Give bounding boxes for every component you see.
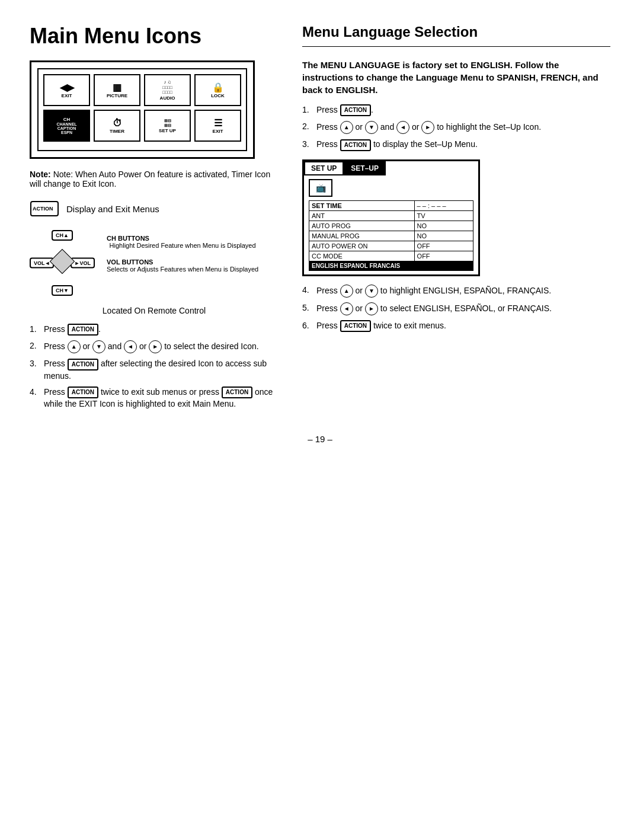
- ch-buttons-title: CH BUTTONS: [107, 235, 258, 242]
- right-instruction-3: 3. Press ACTION to display the Set–Up Me…: [302, 139, 610, 151]
- right-instruction-list: 1. Press ACTION. 2. Press ▲ or ▼ and ◄ o…: [302, 104, 610, 151]
- ant-value: TV: [414, 210, 473, 221]
- setup-row-language: ENGLISH ESPANOL FRANCAIS: [309, 261, 473, 270]
- right-instruction-1: 1. Press ACTION.: [302, 104, 610, 116]
- setup-row-manualprog: MANUAL PROG NO: [309, 231, 473, 241]
- ch-buttons-annotation: CH BUTTONS Highlight Desired Feature whe…: [107, 235, 258, 249]
- r-left-arrow: ◄: [396, 121, 409, 134]
- right-instruction-2: 2. Press ▲ or ▼ and ◄ or ► to highlight …: [302, 121, 610, 134]
- up-arrow-icon: ▲: [68, 340, 81, 353]
- action-btn-2: ACTION: [68, 359, 98, 371]
- menu-row-1: ◀▶ EXIT ▦ PICTURE ♪ ♫ □□□□ □□□□ AUDIO: [43, 74, 241, 106]
- auto-power-on-label: AUTO POWER ON: [309, 241, 415, 251]
- cc-mode-label: CC MODE: [309, 251, 415, 261]
- r-down-arrow: ▼: [365, 121, 378, 134]
- left-instruction-3: 3. Press ACTION after selecting the desi…: [30, 358, 279, 382]
- left-arrow-icon: ◄: [124, 340, 137, 353]
- intro-text: The MENU LANGUAGE is factory set to ENGL…: [302, 59, 610, 96]
- r-action-btn-6: ACTION: [340, 320, 371, 332]
- right-instruction-6: 6. Press ACTION twice to exit menus.: [302, 320, 610, 332]
- left-instruction-list: 1. Press ACTION. 2. Press ▲ or ▼ and ◄ o…: [30, 324, 279, 410]
- note-section: Note: Note: When Auto Power On feature i…: [30, 170, 279, 189]
- setup-row-autopoweron: AUTO POWER ON OFF: [309, 241, 473, 251]
- left-instruction-1: 1. Press ACTION.: [30, 324, 279, 336]
- action-btn-1: ACTION: [68, 324, 98, 336]
- set-time-value: – – : – – –: [414, 200, 473, 210]
- r-up-arrow: ▲: [340, 121, 353, 134]
- auto-power-on-value: OFF: [414, 241, 473, 251]
- r-right-arrow: ►: [421, 121, 434, 134]
- left-instruction-4: 4. Press ACTION twice to exit sub menus …: [30, 387, 279, 410]
- right-instruction-list-2: 4. Press ▲ or ▼ to highlight ENGLISH, ES…: [302, 285, 610, 332]
- setup-menu-header: SET UP SET–UP: [304, 161, 478, 175]
- located-text: Located On Remote Control: [30, 306, 279, 315]
- left-instruction-2: 2. Press ▲ or ▼ and ◄ or ► to select the…: [30, 340, 279, 353]
- menu-row-2: CH CHANNELCAPTION ESPN ⏱ TIMER ⊞⊟⊞⊟ SET …: [43, 110, 241, 142]
- ch-up-btn: CH▲: [52, 230, 73, 241]
- audio-icon: ♪ ♫ □□□□ □□□□ AUDIO: [144, 74, 191, 106]
- remote-buttons: CH▲ CH▼ VOL◄ ►VOL: [30, 229, 95, 294]
- display-section: ACTION Display and Exit Menus: [30, 200, 279, 217]
- r2-right-arrow: ►: [365, 302, 378, 315]
- setup-row-ccmode: CC MODE OFF: [309, 251, 473, 261]
- down-arrow-icon: ▼: [92, 340, 105, 353]
- right-instruction-5: 5. Press ◄ or ► to select ENGLISH, ESPAÑ…: [302, 302, 610, 315]
- setup-table: SET TIME – – : – – – ANT TV AUTO PROG NO…: [309, 200, 473, 271]
- setup-menu-box: SET UP SET–UP 📺 SET TIME – – : – – – ANT…: [302, 159, 480, 276]
- picture-icon: ▦ PICTURE: [94, 74, 140, 106]
- language-row-label: ENGLISH ESPANOL FRANCAIS: [309, 261, 473, 270]
- timer-icon: ⏱ TIMER: [94, 110, 140, 142]
- set-time-label: SET TIME: [309, 200, 415, 210]
- remote-diagram: CH▲ CH▼ VOL◄ ►VOL: [30, 229, 279, 294]
- r2-left-arrow: ◄: [340, 302, 353, 315]
- setup-menu-content: 📺 SET TIME – – : – – – ANT TV AUTO PROG …: [304, 175, 478, 274]
- lock-icon: 🔒 LOCK: [194, 74, 241, 106]
- vol-buttons-title: VOL BUTTONS: [107, 258, 258, 266]
- display-label: Display and Exit Menus: [66, 204, 159, 214]
- ch-down-btn: CH▼: [52, 285, 73, 296]
- manual-prog-label: MANUAL PROG: [309, 231, 415, 241]
- right-title: Menu Language Selection: [302, 24, 610, 40]
- and-text-1: and: [108, 341, 121, 351]
- setup-tab-inactive: SET UP: [304, 161, 344, 175]
- section-divider: [302, 46, 610, 47]
- vol-buttons-desc: Selects or Adjusts Features when Menu is…: [107, 266, 258, 273]
- r-action-btn-2: ACTION: [340, 139, 371, 151]
- action-btn-4: ACTION: [222, 387, 252, 398]
- remote-action-icon: ACTION: [30, 200, 59, 217]
- left-column: Main Menu Icons ◀▶ EXIT ▦ PICTURE ♪ ♫: [30, 24, 279, 416]
- cc-mode-value: OFF: [414, 251, 473, 261]
- ch-buttons-desc: Highlight Desired Feature when Menu is D…: [107, 242, 258, 249]
- setup-tab-active: SET–UP: [344, 161, 386, 175]
- r2-down-arrow: ▼: [365, 285, 378, 298]
- right-column: Menu Language Selection The MENU LANGUAG…: [302, 24, 610, 416]
- and-text-2: and: [380, 122, 394, 132]
- right-instruction-4: 4. Press ▲ or ▼ to highlight ENGLISH, ES…: [302, 285, 610, 298]
- vol-buttons-annotation: VOL BUTTONS Selects or Adjusts Features …: [107, 258, 258, 273]
- r2-up-arrow: ▲: [340, 285, 353, 298]
- vol-right-btn: ►VOL: [71, 258, 95, 269]
- auto-prog-label: AUTO PROG: [309, 221, 415, 231]
- ant-label: ANT: [309, 210, 415, 221]
- action-btn-3: ACTION: [68, 387, 98, 398]
- tv-menu-image: ◀▶ EXIT ▦ PICTURE ♪ ♫ □□□□ □□□□ AUDIO: [30, 60, 255, 159]
- manual-prog-value: NO: [414, 231, 473, 241]
- exit-icon-1: ◀▶ EXIT: [43, 74, 90, 106]
- setup-row-settime: SET TIME – – : – – –: [309, 200, 473, 210]
- vol-left-btn: VOL◄: [30, 258, 54, 269]
- setup-row-autoprog: AUTO PROG NO: [309, 221, 473, 231]
- main-title: Main Menu Icons: [30, 24, 279, 49]
- r-action-btn-1: ACTION: [340, 104, 371, 116]
- note-text: Note: Note: When Auto Power On feature i…: [30, 170, 270, 189]
- setup-row-ant: ANT TV: [309, 210, 473, 221]
- svg-text:ACTION: ACTION: [33, 206, 53, 212]
- channel-caption-icon: CH CHANNELCAPTION ESPN: [43, 110, 90, 142]
- auto-prog-value: NO: [414, 221, 473, 231]
- setup-icon: ⊞⊟⊞⊟ SET UP: [144, 110, 191, 142]
- right-arrow-icon: ►: [149, 340, 162, 353]
- exit-icon-2: ☰ EXIT: [194, 110, 241, 142]
- page-number: – 19 –: [30, 434, 610, 444]
- setup-tv-icon: 📺: [309, 179, 332, 197]
- remote-annotations: CH BUTTONS Highlight Desired Feature whe…: [107, 235, 258, 294]
